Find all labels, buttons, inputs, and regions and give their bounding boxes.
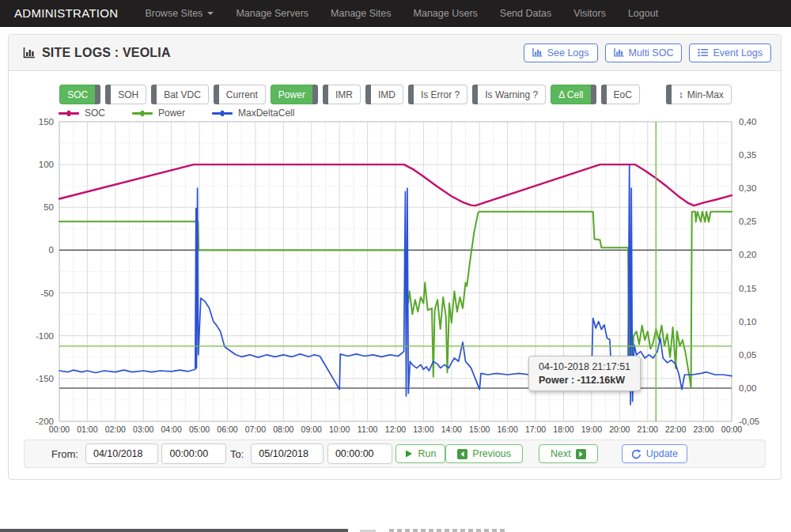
toggle-power[interactable]: Power: [271, 85, 318, 104]
toggle-min-max[interactable]: ↕Min-Max: [666, 85, 732, 104]
nav-item-label: Browse Sites: [145, 8, 202, 19]
legend-item-maxdeltacell: MaxDeltaCell: [212, 108, 294, 119]
nav-item-logout[interactable]: Logout: [617, 0, 669, 26]
header-buttons: See Logs Multi SOC Event Logs: [524, 43, 771, 62]
x-axis-tick-label: 04:00: [161, 424, 182, 434]
update-label: Update: [646, 448, 678, 459]
toggle-label[interactable]: SOH: [111, 85, 146, 104]
toggle-label[interactable]: Current: [219, 85, 266, 104]
toggle-eoc[interactable]: EoC: [601, 85, 640, 104]
toggle-is-error[interactable]: Is Error ?: [408, 85, 467, 104]
footer-partial-text: [389, 529, 508, 532]
toggle-imr[interactable]: IMR: [323, 85, 361, 104]
toggle-label-text: Δ Cell: [558, 89, 583, 100]
see-logs-label: See Logs: [547, 47, 589, 58]
toggle-label[interactable]: Is Warning ?: [478, 85, 546, 104]
toggle-handle[interactable]: [666, 85, 672, 104]
multi-soc-button[interactable]: Multi SOC: [605, 43, 683, 62]
nav-item-browse-sites[interactable]: Browse Sites: [134, 0, 225, 26]
toggle-is-warning[interactable]: Is Warning ?: [472, 85, 546, 104]
legend-label: MaxDeltaCell: [238, 108, 294, 119]
event-logs-button[interactable]: Event Logs: [689, 43, 771, 62]
toggle-soh[interactable]: SOH: [105, 85, 146, 104]
toggle-handle[interactable]: [323, 85, 328, 104]
up-down-arrow-icon: ↕: [679, 89, 683, 100]
x-axis-tick-label: 00:00: [721, 424, 742, 434]
x-axis-tick-label: 02:00: [105, 424, 126, 434]
toggle-handle[interactable]: [214, 85, 219, 104]
nav-item-manage-sites[interactable]: Manage Sites: [320, 0, 402, 26]
toggle-label-text: IMR: [335, 89, 353, 100]
toggle-bat-vdc[interactable]: Bat VDC: [151, 85, 209, 104]
run-button[interactable]: Run: [396, 444, 445, 463]
toggle-label-text: Power: [278, 89, 305, 100]
toggle-handle[interactable]: [95, 85, 100, 104]
from-date-input[interactable]: [85, 443, 158, 464]
legend-swatch: [59, 112, 79, 115]
toggle-handle[interactable]: [591, 85, 596, 104]
to-date-input[interactable]: [251, 443, 324, 464]
next-button[interactable]: Next: [539, 444, 598, 463]
toggle-label[interactable]: Is Error ?: [414, 85, 467, 104]
right-axis-tick-label: 0,30: [739, 183, 756, 193]
toggle-label[interactable]: Bat VDC: [157, 85, 209, 104]
toggle-current[interactable]: Current: [214, 85, 266, 104]
series-toggle-bar: SOCSOHBat VDCCurrentPowerIMRIMDIs Error …: [0, 85, 791, 104]
chart-area[interactable]: SOCPowerMaxDeltaCell 150100500-50-100-15…: [24, 108, 767, 436]
page-title: SITE LOGS : VEOLIA: [23, 46, 171, 60]
to-label: To:: [230, 448, 244, 460]
to-time-input[interactable]: [327, 443, 392, 464]
x-axis-tick-label: 03:00: [133, 424, 153, 434]
panel-header: SITE LOGS : VEOLIA See Logs Multi SOC: [9, 35, 781, 71]
date-range-controls: From: To: Run Previous Next Update: [24, 440, 766, 468]
previous-button[interactable]: Previous: [445, 444, 523, 463]
bar-chart-icon: [614, 48, 624, 57]
toggle-label[interactable]: IMR: [328, 85, 361, 104]
run-label: Run: [418, 448, 436, 459]
right-axis-tick-label: 0,00: [739, 383, 756, 393]
toggle-imd[interactable]: IMD: [365, 85, 403, 104]
toggle-label[interactable]: Power: [271, 85, 312, 104]
nav-item-label: Manage Users: [414, 8, 478, 19]
toggle-handle[interactable]: [312, 85, 318, 104]
x-axis-tick-label: 08:00: [273, 424, 293, 434]
toggle-label[interactable]: EoC: [607, 85, 640, 104]
x-axis-tick-label: 21:00: [638, 424, 658, 434]
nav-item-manage-servers[interactable]: Manage Servers: [225, 0, 320, 26]
nav-item-label: Manage Sites: [331, 8, 391, 19]
chart-plot[interactable]: 150100500-50-100-150-2000,400,350,300,25…: [24, 108, 767, 436]
multi-soc-label: Multi SOC: [629, 47, 674, 58]
from-time-input[interactable]: [161, 443, 226, 464]
toggle-label[interactable]: SOC: [59, 85, 95, 104]
toggle-handle[interactable]: [105, 85, 111, 104]
nav-item-manage-users[interactable]: Manage Users: [403, 0, 489, 26]
toggle-handle[interactable]: [408, 85, 414, 104]
left-axis-tick-label: 0: [49, 245, 54, 255]
right-axis-tick-label: 0,10: [739, 317, 756, 326]
toggle-label[interactable]: IMD: [371, 85, 403, 104]
page-title-text: SITE LOGS : VEOLIA: [42, 46, 171, 60]
see-logs-button[interactable]: See Logs: [524, 43, 598, 62]
list-icon: [698, 48, 708, 57]
bar-chart-icon: [23, 47, 36, 58]
x-axis-tick-label: 14:00: [441, 424, 462, 434]
toggle-handle[interactable]: [365, 85, 371, 104]
pagination-buttons: Previous Next Update: [445, 444, 687, 463]
toggle-label-text: Min-Max: [687, 89, 724, 100]
toggle-soc[interactable]: SOC: [59, 85, 100, 104]
x-axis-tick-label: 01:00: [77, 424, 97, 434]
x-axis-tick-label: 20:00: [609, 424, 630, 434]
step-forward-icon: [576, 449, 586, 459]
nav-item-send-datas[interactable]: Send Datas: [489, 0, 562, 26]
right-axis-tick-label: 0,20: [739, 250, 756, 259]
toggle-handle[interactable]: [601, 85, 607, 104]
toggle-handle[interactable]: [472, 85, 478, 104]
toggle-label[interactable]: Δ Cell: [551, 85, 590, 104]
caret-down-icon: [207, 12, 214, 15]
previous-label: Previous: [472, 448, 511, 459]
toggle-cell[interactable]: Δ Cell: [551, 85, 596, 104]
nav-item-visitors[interactable]: Visitors: [562, 0, 617, 26]
toggle-handle[interactable]: [151, 85, 157, 104]
update-button[interactable]: Update: [622, 444, 687, 463]
toggle-label[interactable]: ↕Min-Max: [672, 85, 732, 104]
